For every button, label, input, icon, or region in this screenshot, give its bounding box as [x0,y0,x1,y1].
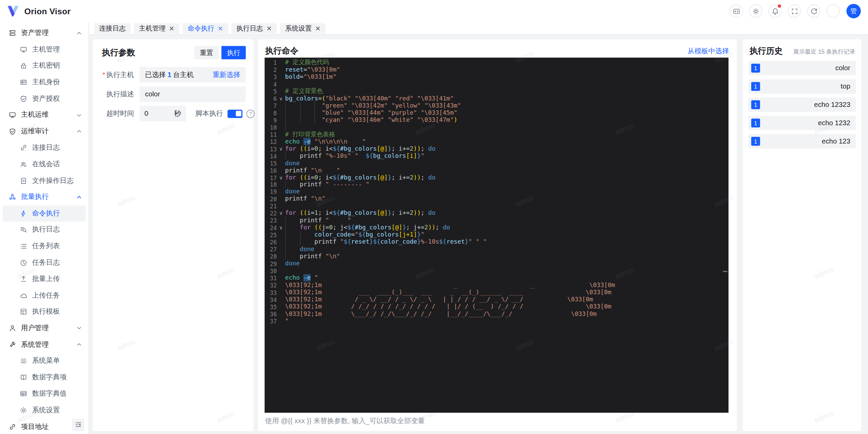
line-number: 29 [264,261,277,268]
description-input[interactable]: color [139,87,245,102]
sidebar-item-label: 系统设置 [32,405,60,415]
fullscreen-button[interactable] [788,4,801,18]
sidebar-item[interactable]: 数据字典值 [3,385,86,402]
sidebar-item-label: 项目地址 [21,422,49,431]
line-number: 10 [264,124,277,131]
editor-line: 6∨bg_colors=("black" "\033[40m" "red" "\… [264,95,728,102]
reselect-link[interactable]: 重新选择 [213,70,240,80]
tab[interactable]: 连接日志 [94,23,131,34]
editor-line: 19done [264,189,728,196]
history-item[interactable]: 1top [748,79,856,93]
fold-gutter [277,203,285,210]
host-selected-text: 已选择1台主机 [145,70,194,80]
sidebar-item[interactable]: 主机身份 [3,74,86,90]
history-item[interactable]: 1color [748,61,856,75]
choose-template-link[interactable]: 从模板中选择 [688,46,729,56]
line-number: 21 [264,203,277,210]
sidebar-item[interactable]: 系统设置 [3,402,86,418]
scrollbar-mark[interactable] [723,271,727,272]
fold-arrow-icon[interactable]: ∨ [277,210,285,217]
code-editor[interactable]: 1# 定义颜色代码2reset="\033[0m"3bold="\033[1m"… [264,58,728,413]
sidebar-item[interactable]: 批量上传 [3,271,86,287]
sidebar-item[interactable]: 在线会话 [3,156,86,172]
host-label: *执行主机 [100,70,134,80]
code-text: bold="\033[1m" [285,74,336,81]
sidebar-item[interactable]: 运维审计 [3,123,86,139]
fold-gutter [277,81,285,88]
fold-arrow-icon[interactable]: ∨ [277,174,285,181]
editor-line: 4 [264,81,728,88]
sidebar-item[interactable]: 资产授权 [3,91,86,107]
sidebar-item[interactable]: 数据字典项 [3,369,86,385]
app-logo[interactable]: Orion Visor [7,5,71,17]
tab-close-icon[interactable]: × [315,25,320,32]
user-avatar[interactable]: 管 [846,4,861,18]
tab[interactable]: 系统设置× [280,23,326,34]
code-text: # 定义背景色 [285,88,323,95]
tab[interactable]: 执行日志× [232,23,277,34]
sidebar-item[interactable]: 系统菜单 [3,353,86,369]
sidebar-item[interactable]: 执行日志 [3,222,86,238]
code-text: printf "\n" [285,196,326,203]
sidebar-item[interactable]: 资产管理 [3,25,86,41]
editor-line: 31echo -e " [264,275,728,282]
sidebar-item[interactable]: 系统管理 [3,336,86,353]
code-text: for ((i=0; i<${#bg_colors[@]}; i+=2)); d… [285,146,435,153]
fold-arrow-icon[interactable]: ∨ [277,95,285,102]
sidebar-item[interactable]: 主机运维 [3,107,86,123]
tab-close-icon[interactable]: × [169,25,174,32]
chevron-up-icon [76,342,82,347]
line-number: 25 [264,232,277,239]
sidebar-item[interactable]: 任务列表 [3,238,86,254]
sidebar-item-label: 数据字典项 [32,373,67,382]
sidebar-item[interactable]: 批量执行 [3,189,86,205]
sidebar-collapse-button[interactable] [72,418,84,431]
sidebar-item[interactable]: 文件操作日志 [3,172,86,189]
refresh-button[interactable] [807,4,820,18]
sidebar-item[interactable]: 执行模板 [3,304,86,320]
table-icon [20,390,27,397]
history-command-text: color [760,64,850,72]
settings-button[interactable] [827,4,840,18]
script-exec-toggle[interactable] [228,109,242,117]
editor-line: 14 printf "%-10s" " ${bg_colors[i]}" [264,153,728,160]
sidebar-item[interactable]: 上传任务 [3,287,86,304]
sidebar-item[interactable]: 任务日志 [3,254,86,271]
execute-button[interactable]: 执行 [221,46,246,59]
editor-line: 10 [264,124,728,131]
code-text: bg_colors=("black" "\033[40m" "red" "\03… [285,95,454,102]
tab-close-icon[interactable]: × [218,25,223,32]
code-window-button[interactable] [730,4,743,18]
sidebar-item[interactable]: 主机密钥 [3,58,86,74]
code-text: printf "${reset}${color_code}%-10s${rese… [285,239,487,246]
sidebar-item-label: 执行日志 [32,225,60,235]
editor-line: 28 printf "\n" [264,253,728,260]
sidebar-item[interactable]: 命令执行 [3,205,86,222]
history-item[interactable]: 1echo 1232 [748,116,856,130]
line-number: 11 [264,131,277,138]
line-number: 20 [264,196,277,203]
code-text: printf " -------- " [285,182,370,189]
timeout-input[interactable]: 0 秒 [139,106,186,121]
fold-gutter [277,239,285,246]
sidebar-item[interactable]: 连接日志 [3,140,86,156]
editor-line: 3bold="\033[1m" [264,74,728,81]
code-text: printf " " [285,218,351,225]
tab[interactable]: 命令执行× [183,23,228,34]
tab-close-icon[interactable]: × [267,25,272,32]
history-item[interactable]: 1echo 12323 [748,97,856,112]
reset-button[interactable]: 重置 [194,46,219,59]
sidebar-item[interactable]: 主机管理 [3,41,86,58]
code-text [285,124,300,131]
theme-button[interactable] [749,4,762,18]
history-item[interactable]: 1echo 123 [748,134,856,148]
line-number: 6 [264,95,277,102]
sidebar-item[interactable]: 用户管理 [3,320,86,336]
editor-line: 20printf "\n" [264,196,728,203]
notification-button[interactable] [768,4,782,18]
tab[interactable]: 主机管理× [134,23,179,34]
host-select-field[interactable]: 已选择1台主机 重新选择 [139,67,245,83]
fold-arrow-icon[interactable]: ∨ [277,146,285,153]
help-icon[interactable]: ? [246,109,255,117]
fold-arrow-icon[interactable]: ∨ [277,225,285,232]
